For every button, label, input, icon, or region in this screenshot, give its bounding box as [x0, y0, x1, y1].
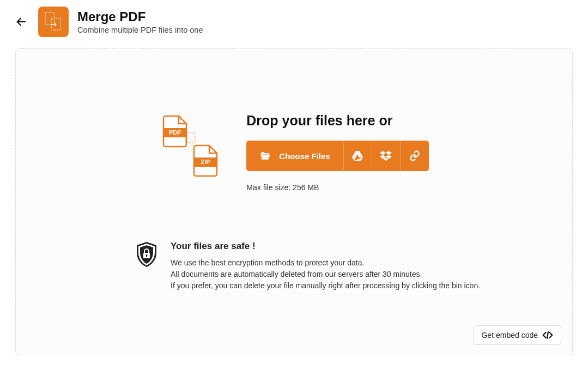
page-subtitle: Combine multiple PDF files into one [77, 26, 203, 34]
svg-rect-1 [45, 13, 54, 25]
safety-heading: Your files are safe ! [171, 241, 480, 252]
file-graphic: PDF ZIP [159, 113, 225, 178]
page-title: Merge PDF [77, 9, 203, 25]
safety-line-3: If you prefer, you can delete your file … [171, 280, 480, 292]
merge-pdf-icon [38, 7, 69, 37]
drop-title: Drop your files here or [246, 113, 428, 129]
safety-section: Your files are safe ! We use the best en… [16, 241, 572, 292]
header: Merge PDF Combine multiple PDF files int… [0, 0, 588, 39]
folder-open-icon [259, 150, 271, 161]
safety-text: Your files are safe ! We use the best en… [171, 241, 480, 292]
safety-line-2: All documents are automatically deleted … [171, 269, 480, 280]
link-icon [409, 150, 420, 161]
header-text: Merge PDF Combine multiple PDF files int… [77, 9, 203, 34]
drop-area[interactable]: PDF ZIP Drop your files here or Choose F… [16, 48, 572, 192]
upload-button-row: Choose Files [246, 141, 428, 171]
back-button[interactable] [13, 14, 29, 30]
get-embed-code-button[interactable]: Get embed code [473, 325, 561, 345]
url-button[interactable] [401, 141, 429, 171]
dropbox-button[interactable] [372, 141, 401, 171]
svg-rect-10 [146, 256, 147, 257]
choose-files-label: Choose Files [279, 151, 330, 161]
drop-actions: Drop your files here or Choose Files Max… [246, 113, 428, 192]
choose-files-button[interactable]: Choose Files [246, 141, 343, 171]
dropbox-icon [380, 150, 392, 161]
embed-label: Get embed code [481, 331, 538, 339]
svg-line-11 [547, 332, 548, 338]
max-file-size: Max file size: 256 MB [246, 183, 428, 192]
google-drive-button[interactable] [344, 141, 372, 171]
shield-lock-icon [135, 241, 159, 270]
svg-text:ZIP: ZIP [201, 159, 210, 165]
arrow-left-icon [15, 16, 27, 28]
code-icon [542, 331, 553, 339]
svg-text:PDF: PDF [169, 129, 181, 136]
safety-line-1: We use the best encryption methods to pr… [171, 257, 480, 269]
main-panel: PDF ZIP Drop your files here or Choose F… [15, 48, 573, 355]
google-drive-icon [351, 150, 363, 161]
